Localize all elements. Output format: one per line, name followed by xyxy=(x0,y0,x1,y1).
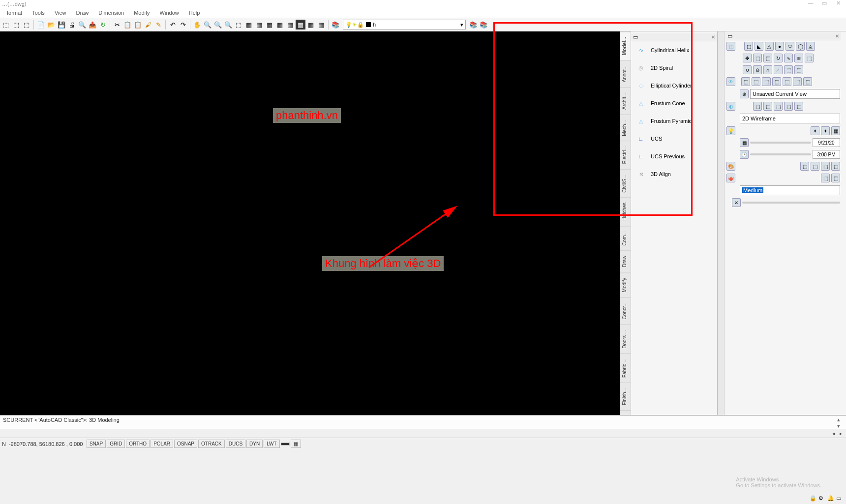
scroll-left-button[interactable]: ◂ xyxy=(830,431,837,436)
visual-style-dropdown[interactable]: 2D Wireframe xyxy=(740,114,840,123)
lwt-toggle[interactable]: LWT xyxy=(264,440,279,448)
presspull-icon[interactable]: ⬚ xyxy=(763,54,772,62)
time-field[interactable]: 3:00 PM xyxy=(813,150,840,159)
dyn-toggle[interactable]: DYN xyxy=(246,440,263,448)
cone-icon[interactable]: △ xyxy=(765,42,774,51)
tool-frustum-cone[interactable]: △ Frustum Cone xyxy=(631,94,717,112)
tool-icon[interactable]: ↻ xyxy=(98,20,108,30)
paste-button[interactable]: 📋 xyxy=(133,20,143,30)
tab-modeling[interactable]: Model... xyxy=(620,31,631,60)
tool-icon[interactable]: ✦ xyxy=(821,126,830,135)
torus-icon[interactable]: ◯ xyxy=(796,42,805,51)
collapse-icon[interactable]: ▭ xyxy=(727,33,732,39)
command-scrollbar[interactable]: ▴▾ xyxy=(837,416,844,429)
tab-finish[interactable]: Finish... xyxy=(620,383,631,410)
polysolid-icon[interactable]: ◫ xyxy=(726,42,735,51)
tool-icon[interactable]: ⬚ xyxy=(741,77,750,86)
light-icon[interactable]: 💡 xyxy=(726,126,735,135)
sphere-icon[interactable]: ● xyxy=(775,42,784,51)
tab-concrete[interactable]: Concr... xyxy=(620,297,631,324)
menu-dimension[interactable]: Dimension xyxy=(94,9,128,17)
drawing-canvas[interactable]: phanthinh.vn Khung hình làm việc 3D xyxy=(0,31,620,415)
tab-mechanical[interactable]: Mech... xyxy=(620,115,631,141)
tool-frustum-pyramid[interactable]: ◬ Frustum Pyramid xyxy=(631,112,717,130)
osnap-toggle[interactable]: OSNAP xyxy=(174,440,197,448)
ortho-toggle[interactable]: ORTHO xyxy=(126,440,150,448)
pyramid-icon[interactable]: ◬ xyxy=(806,42,815,51)
menu-help[interactable]: Help xyxy=(185,9,204,17)
clock-icon[interactable]: 🕒 xyxy=(740,150,749,159)
markup-button[interactable]: ▦ xyxy=(285,20,295,30)
ducs-toggle[interactable]: DUCS xyxy=(226,440,245,448)
tool-cylindrical-helix[interactable]: ∿ Cylindrical Helix xyxy=(631,41,717,59)
render-quality-dropdown[interactable]: Medium xyxy=(740,185,840,195)
copy-button[interactable]: 📋 xyxy=(122,20,132,30)
plot-button[interactable]: 🖨 xyxy=(67,20,77,30)
slice-icon[interactable]: ⟋ xyxy=(774,65,783,74)
tab-annotation[interactable]: Annot... xyxy=(620,60,631,87)
tab-doors[interactable]: Doors ... xyxy=(620,325,631,354)
tool-icon[interactable]: ⬚ xyxy=(831,174,840,182)
tool-icon[interactable]: ⬚ xyxy=(753,102,762,111)
matchprop-button[interactable]: 🖌 xyxy=(143,20,153,30)
wedge-icon[interactable]: ◣ xyxy=(755,42,763,51)
polar-toggle[interactable]: POLAR xyxy=(151,440,173,448)
intersect-icon[interactable]: ∩ xyxy=(763,65,772,74)
tray-icon[interactable]: ▭ xyxy=(836,495,844,503)
tool-icon[interactable]: ▦ xyxy=(306,20,316,30)
tool-icon[interactable]: ⬚ xyxy=(22,20,31,30)
tool-icon[interactable]: ⬚ xyxy=(11,20,21,30)
revolve-icon[interactable]: ↻ xyxy=(774,54,783,62)
tab-command[interactable]: Com... xyxy=(620,226,631,250)
tool-icon[interactable]: ⬚ xyxy=(763,102,772,111)
command-line[interactable]: SCURRENT <"AutoCAD Classic">: 3D Modelin… xyxy=(0,415,846,429)
tray-icon[interactable]: ⚙ xyxy=(818,495,826,503)
date-field[interactable]: 9/21/20 xyxy=(813,138,840,147)
tool-icon[interactable]: ⬚ xyxy=(794,65,803,74)
tool-icon[interactable]: ⬚ xyxy=(752,77,760,86)
undo-button[interactable]: ↶ xyxy=(168,20,178,30)
view-icon[interactable]: 👁 xyxy=(726,77,735,86)
layer-manager-button[interactable]: 📚 xyxy=(331,20,340,30)
cut-button[interactable]: ✂ xyxy=(112,20,122,30)
output-slider[interactable] xyxy=(742,202,840,204)
menu-draw[interactable]: Draw xyxy=(72,9,93,17)
tool-icon[interactable]: ⬚ xyxy=(783,77,791,86)
grid-toggle[interactable]: GRID xyxy=(107,440,125,448)
scroll-right-button[interactable]: ▸ xyxy=(838,431,844,436)
tool-ucs[interactable]: ∟ UCS xyxy=(631,130,717,148)
preview-button[interactable]: 🔍 xyxy=(77,20,87,30)
toolpalettes-button[interactable]: ▦ xyxy=(265,20,274,30)
target-icon[interactable]: ⊕ xyxy=(740,89,749,98)
designcenter-button[interactable]: ▦ xyxy=(254,20,264,30)
sheetset-button[interactable]: ▦ xyxy=(275,20,285,30)
new-button[interactable]: 📄 xyxy=(36,20,46,30)
tool-icon[interactable]: ⬚ xyxy=(800,162,809,171)
snap-toggle[interactable]: SNAP xyxy=(87,440,106,448)
sweep-icon[interactable]: ∿ xyxy=(784,54,793,62)
tool-icon[interactable]: ⬚ xyxy=(805,54,814,62)
menu-window[interactable]: Window xyxy=(156,9,183,17)
zoom-win-button[interactable]: 🔍 xyxy=(213,20,223,30)
tab-modify[interactable]: Modify xyxy=(620,272,631,297)
tool-icon[interactable]: ⬚ xyxy=(794,102,803,111)
tool-ucs-previous[interactable]: ∟ UCS Previous xyxy=(631,148,717,165)
dashboard-handle[interactable] xyxy=(717,31,724,415)
layer-dropdown[interactable]: 💡 ☀ 🔒 h ▾ xyxy=(343,20,466,30)
tool-3d-align[interactable]: ⤭ 3D Align xyxy=(631,165,717,183)
save-button[interactable]: 💾 xyxy=(57,20,66,30)
tab-draw[interactable]: Draw xyxy=(620,250,631,272)
loft-icon[interactable]: ≋ xyxy=(794,54,803,62)
otrack-toggle[interactable]: OTRACK xyxy=(198,440,225,448)
tab-electrical[interactable]: Electri... xyxy=(620,141,631,169)
tab-architecture[interactable]: Archit... xyxy=(620,88,631,115)
render-icon[interactable]: 🫖 xyxy=(726,174,735,182)
tool-icon[interactable]: ⬚ xyxy=(784,102,793,111)
close-icon[interactable]: ✕ xyxy=(732,198,741,207)
cylinder-icon[interactable]: ⬭ xyxy=(786,42,794,51)
redo-button[interactable]: ↷ xyxy=(178,20,188,30)
tool-icon[interactable]: ⬚ xyxy=(803,77,812,86)
layer-prev-button[interactable]: 📚 xyxy=(479,20,488,30)
quickcalc-button[interactable]: ▦ xyxy=(296,20,305,30)
union-icon[interactable]: ∪ xyxy=(743,65,752,74)
